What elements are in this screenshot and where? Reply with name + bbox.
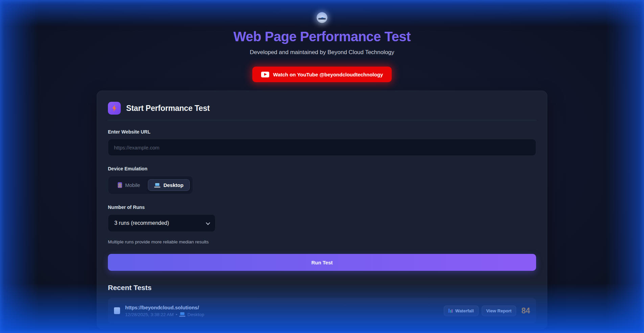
youtube-button-label: Watch on YouTube @beyondcloudtechnology: [273, 72, 383, 77]
page-subtitle: Developed and maintained by Beyond Cloud…: [97, 49, 547, 56]
device-emulation-label: Device Emulation: [108, 166, 536, 171]
device-option-desktop[interactable]: Desktop: [148, 179, 190, 191]
recent-test-checkbox[interactable]: [114, 307, 120, 314]
header-divider: [108, 120, 536, 120]
page-container: ☁ Web Page Performance Test Developed an…: [97, 12, 547, 329]
performance-score-badge: 84: [521, 306, 530, 315]
runs-selected-value: 3 runs (recommended): [114, 220, 169, 226]
recent-test-url: https://beyondcloud.solutions/: [125, 305, 444, 310]
page-title: Web Page Performance Test: [97, 29, 547, 44]
laptop-icon: [179, 312, 185, 317]
waterfall-button-label: Waterfall: [455, 308, 474, 313]
bar-chart-icon: [448, 309, 453, 313]
recent-tests-heading: Recent Tests: [108, 284, 536, 292]
url-field-label: Enter Website URL: [108, 129, 536, 135]
youtube-play-icon: [261, 72, 269, 77]
logo-band: [318, 18, 326, 20]
performance-test-card: Start Performance Test Enter Website URL…: [97, 91, 547, 329]
meta-separator: •: [176, 312, 177, 317]
chevron-down-icon: [206, 220, 210, 225]
runs-select[interactable]: 3 runs (recommended): [108, 214, 215, 232]
beyond-cloud-logo-icon: ☁: [317, 12, 327, 23]
mobile-phone-icon: [118, 182, 122, 188]
recent-test-timestamp: 12/28/2025, 3:38:22 AM: [125, 312, 174, 317]
number-of-runs-label: Number of Runs: [108, 205, 536, 210]
device-option-mobile[interactable]: Mobile: [111, 179, 146, 191]
laptop-icon: [154, 183, 160, 188]
recent-test-device: Desktop: [187, 312, 204, 317]
card-title: Start Performance Test: [126, 104, 210, 113]
website-url-input[interactable]: [108, 139, 536, 156]
watch-on-youtube-button[interactable]: Watch on YouTube @beyondcloudtechnology: [252, 67, 392, 82]
view-report-button[interactable]: View Report: [482, 306, 516, 316]
recent-test-info: https://beyondcloud.solutions/ 12/28/202…: [125, 305, 444, 317]
desktop-option-label: Desktop: [163, 182, 183, 188]
waterfall-button[interactable]: Waterfall: [444, 306, 478, 316]
card-header: Start Performance Test: [108, 102, 536, 115]
device-toggle-group: Mobile Desktop: [108, 176, 193, 194]
runs-helper-text: Multiple runs provide more reliable medi…: [108, 239, 536, 244]
recent-test-actions: Waterfall View Report 84: [444, 306, 530, 316]
mobile-option-label: Mobile: [125, 182, 140, 188]
recent-test-row: https://beyondcloud.solutions/ 12/28/202…: [108, 298, 536, 324]
recent-test-meta: 12/28/2025, 3:38:22 AM • Desktop: [125, 312, 444, 317]
lightning-bolt-icon: [108, 102, 121, 115]
view-report-button-label: View Report: [486, 308, 512, 313]
run-test-button[interactable]: Run Test: [108, 254, 536, 271]
